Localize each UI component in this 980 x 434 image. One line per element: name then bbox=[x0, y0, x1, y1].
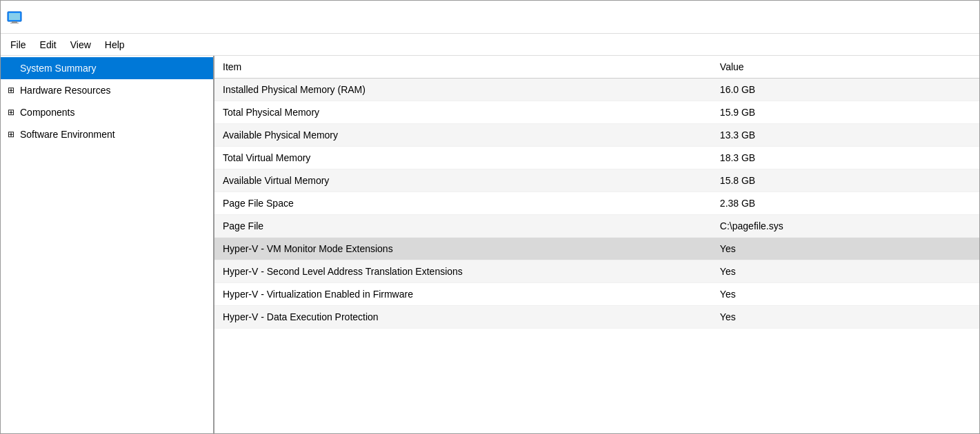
cell-item: Total Virtual Memory bbox=[214, 147, 712, 169]
cell-value: Yes bbox=[712, 260, 979, 283]
table-row[interactable]: Total Virtual Memory18.3 GB bbox=[214, 147, 979, 169]
menu-item-edit[interactable]: Edit bbox=[33, 37, 63, 53]
cell-value: Yes bbox=[712, 306, 979, 329]
svg-rect-1 bbox=[9, 13, 20, 20]
cell-value: 15.9 GB bbox=[712, 101, 979, 124]
cell-value: 16.0 GB bbox=[712, 79, 979, 101]
cell-value: Yes bbox=[712, 238, 979, 260]
menu-bar: FileEditViewHelp bbox=[1, 34, 979, 56]
window-controls bbox=[884, 5, 979, 29]
sidebar: System Summary⊞Hardware Resources⊞Compon… bbox=[1, 56, 214, 433]
svg-rect-3 bbox=[10, 23, 19, 23]
cell-item: Available Physical Memory bbox=[214, 124, 712, 147]
expand-icon: ⊞ bbox=[8, 85, 17, 95]
sidebar-item-hardware-resources[interactable]: ⊞Hardware Resources bbox=[1, 79, 213, 101]
data-grid[interactable]: Item Value Installed Physical Memory (RA… bbox=[214, 56, 979, 433]
column-header-value: Value bbox=[712, 56, 979, 79]
table-row[interactable]: Page FileC:\pagefile.sys bbox=[214, 215, 979, 238]
cell-value: C:\pagefile.sys bbox=[712, 215, 979, 238]
cell-item: Total Physical Memory bbox=[214, 101, 712, 124]
sidebar-item-components[interactable]: ⊞Components bbox=[1, 101, 213, 123]
table-row[interactable]: Installed Physical Memory (RAM)16.0 GB bbox=[214, 79, 979, 101]
cell-value: Yes bbox=[712, 283, 979, 306]
table-row[interactable]: Hyper-V - Virtualization Enabled in Firm… bbox=[214, 283, 979, 306]
cell-item: Page File bbox=[214, 215, 712, 238]
cell-item: Hyper-V - Data Execution Protection bbox=[214, 306, 712, 329]
cell-item: Page File Space bbox=[214, 192, 712, 215]
menu-item-view[interactable]: View bbox=[63, 37, 98, 53]
cell-value: 13.3 GB bbox=[712, 124, 979, 147]
cell-value: 2.38 GB bbox=[712, 192, 979, 215]
column-header-item: Item bbox=[214, 56, 712, 79]
sidebar-item-label: Components bbox=[20, 107, 74, 118]
cell-item: Hyper-V - Virtualization Enabled in Firm… bbox=[214, 283, 712, 306]
cell-value: 18.3 GB bbox=[712, 147, 979, 169]
app-icon bbox=[6, 9, 23, 25]
minimize-button[interactable] bbox=[884, 5, 916, 29]
sidebar-item-label: Software Environment bbox=[20, 129, 115, 140]
menu-item-help[interactable]: Help bbox=[98, 37, 132, 53]
cell-item: Available Virtual Memory bbox=[214, 169, 712, 192]
title-bar bbox=[1, 1, 979, 34]
table-row[interactable]: Hyper-V - Data Execution ProtectionYes bbox=[214, 306, 979, 329]
table-row[interactable]: Available Virtual Memory15.8 GB bbox=[214, 169, 979, 192]
cell-value: 15.8 GB bbox=[712, 169, 979, 192]
menu-item-file[interactable]: File bbox=[3, 37, 33, 53]
table-row[interactable]: Available Physical Memory13.3 GB bbox=[214, 124, 979, 147]
cell-item: Installed Physical Memory (RAM) bbox=[214, 79, 712, 101]
cell-item: Hyper-V - VM Monitor Mode Extensions bbox=[214, 238, 712, 260]
expand-icon: ⊞ bbox=[8, 130, 17, 139]
close-button[interactable] bbox=[948, 5, 979, 29]
table-row[interactable]: Hyper-V - Second Level Address Translati… bbox=[214, 260, 979, 283]
table-row[interactable]: Total Physical Memory15.9 GB bbox=[214, 101, 979, 124]
title-bar-left bbox=[6, 9, 28, 25]
sidebar-item-label: System Summary bbox=[20, 63, 96, 74]
table-row[interactable]: Hyper-V - VM Monitor Mode ExtensionsYes bbox=[214, 238, 979, 260]
sidebar-item-label: Hardware Resources bbox=[20, 85, 111, 96]
info-table: Item Value Installed Physical Memory (RA… bbox=[214, 56, 979, 329]
sidebar-item-software-environment[interactable]: ⊞Software Environment bbox=[1, 123, 213, 145]
maximize-button[interactable] bbox=[916, 5, 948, 29]
sidebar-item-system-summary[interactable]: System Summary bbox=[1, 57, 213, 79]
cell-item: Hyper-V - Second Level Address Translati… bbox=[214, 260, 712, 283]
svg-rect-2 bbox=[12, 21, 17, 23]
expand-icon: ⊞ bbox=[8, 107, 17, 117]
main-content: System Summary⊞Hardware Resources⊞Compon… bbox=[1, 56, 979, 433]
table-row[interactable]: Page File Space2.38 GB bbox=[214, 192, 979, 215]
data-panel: Item Value Installed Physical Memory (RA… bbox=[214, 56, 979, 433]
